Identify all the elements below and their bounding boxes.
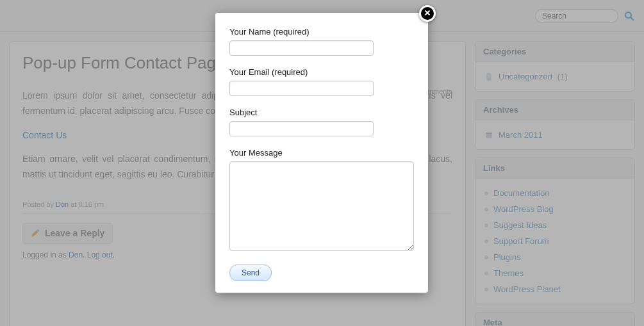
send-button[interactable]: Send: [229, 265, 272, 281]
subject-label: Subject: [229, 108, 414, 117]
name-label: Your Name (required): [229, 27, 414, 37]
message-label: Your Message: [229, 148, 414, 158]
close-button[interactable]: [419, 5, 436, 22]
close-icon: [424, 9, 431, 19]
email-label: Your Email (required): [229, 67, 414, 77]
message-textarea[interactable]: [229, 161, 414, 251]
name-input[interactable]: [229, 40, 374, 56]
subject-input[interactable]: [229, 121, 374, 136]
contact-modal: Your Name (required) Your Email (require…: [215, 13, 428, 293]
email-input[interactable]: [229, 81, 374, 96]
